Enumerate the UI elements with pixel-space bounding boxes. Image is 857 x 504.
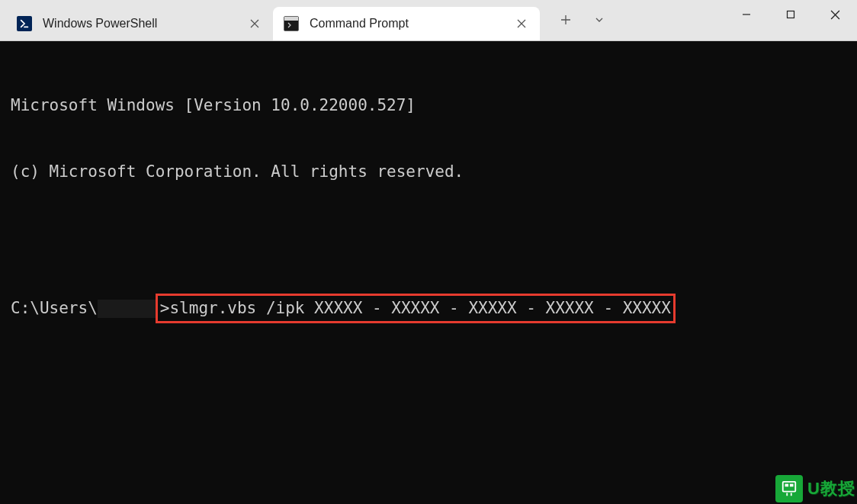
tab-actions <box>540 0 616 40</box>
svg-rect-2 <box>785 484 789 487</box>
prompt-path-prefix: C:\Users\ <box>11 297 98 319</box>
tab-close-button[interactable] <box>512 14 531 33</box>
svg-rect-3 <box>790 484 794 487</box>
chevron-down-icon <box>594 14 605 25</box>
svg-rect-0 <box>788 11 794 18</box>
watermark: U教授 <box>775 475 855 502</box>
entered-command: slmgr.vbs /ipk XXXXX - XXXXX - XXXXX - X… <box>169 299 670 317</box>
svg-rect-1 <box>783 482 796 492</box>
maximize-button[interactable] <box>769 0 813 30</box>
prompt-line: C:\Users\>slmgr.vbs /ipk XXXXX - XXXXX -… <box>11 294 846 323</box>
watermark-icon <box>775 475 803 502</box>
window-controls <box>724 0 857 40</box>
tab-close-button[interactable] <box>246 14 264 33</box>
maximize-icon <box>786 10 795 19</box>
close-window-button[interactable] <box>813 0 857 30</box>
tab-strip: Windows PowerShell Command Prompt <box>0 0 724 40</box>
watermark-text: U教授 <box>807 477 855 500</box>
tab-powershell[interactable]: Windows PowerShell <box>6 7 273 40</box>
titlebar: Windows PowerShell Command Prompt <box>0 0 857 41</box>
close-icon <box>250 19 259 28</box>
minimize-icon <box>742 10 751 19</box>
close-icon <box>517 19 526 28</box>
minimize-button[interactable] <box>724 0 769 30</box>
plus-icon <box>560 14 571 25</box>
tab-command-prompt[interactable]: Command Prompt <box>273 7 540 40</box>
close-icon <box>830 10 840 20</box>
redacted-username <box>98 300 156 318</box>
powershell-icon <box>17 16 32 31</box>
tab-label: Windows PowerShell <box>43 17 246 30</box>
version-line: Microsoft Windows [Version 10.0.22000.52… <box>11 95 846 117</box>
cmd-icon <box>284 16 299 31</box>
command-highlight: >slmgr.vbs /ipk XXXXX - XXXXX - XXXXX - … <box>156 294 676 323</box>
terminal-area[interactable]: Microsoft Windows [Version 10.0.22000.52… <box>0 41 857 504</box>
tab-label: Command Prompt <box>310 17 512 30</box>
prompt-char: > <box>160 299 170 317</box>
new-tab-button[interactable] <box>549 3 583 37</box>
copyright-line: (c) Microsoft Corporation. All rights re… <box>11 161 846 183</box>
blank-line <box>11 227 846 249</box>
tab-dropdown-button[interactable] <box>583 3 616 37</box>
